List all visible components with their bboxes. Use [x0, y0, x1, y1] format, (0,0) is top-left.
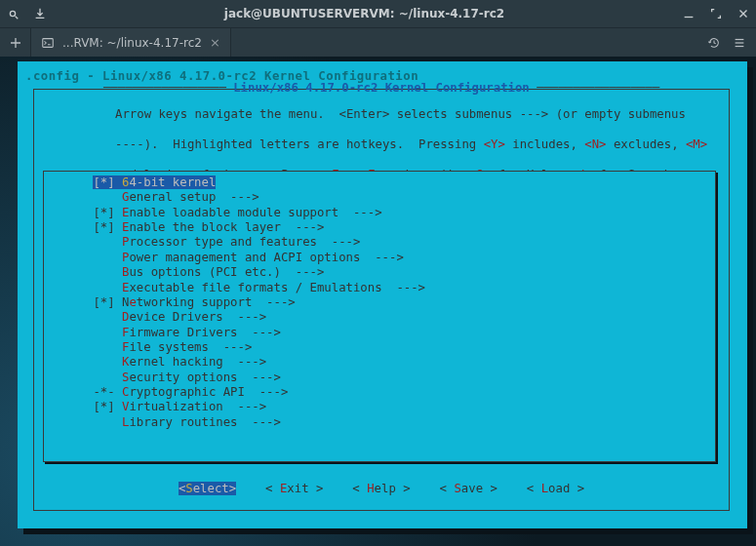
menu-item[interactable]: -*- Cryptographic API ---> — [50, 385, 709, 400]
download-icon[interactable] — [33, 7, 47, 20]
close-icon[interactable] — [736, 7, 750, 20]
action-button[interactable]: <Select> — [179, 482, 236, 495]
menu-icon[interactable] — [6, 7, 20, 20]
tab-label: ...RVM: ~/linux-4.17-rc2 — [62, 36, 202, 50]
window-title: jack@UBUNTUSERVERVM: ~/linux-4.17-rc2 — [47, 7, 682, 20]
menu-item[interactable]: Bus options (PCI etc.) ---> — [50, 265, 709, 280]
config-frame: ───────────────── Linux/x86 4.17.0-rc2 K… — [33, 89, 730, 511]
new-tab-button[interactable] — [0, 28, 31, 57]
menu-item[interactable]: [*] Networking support ---> — [50, 295, 709, 310]
menu-item[interactable]: General setup ---> — [50, 190, 709, 205]
menuconfig-screen: .config - Linux/x86 4.17.0-rc2 Kernel Co… — [18, 61, 747, 528]
menu-item[interactable]: Firmware Drivers ---> — [50, 326, 709, 340]
menu-item[interactable]: [*] Enable loadable module support ---> — [50, 206, 709, 220]
tab-close-icon[interactable]: × — [210, 35, 220, 50]
svg-rect-3 — [43, 38, 54, 47]
history-icon[interactable] — [707, 36, 721, 50]
svg-point-0 — [10, 11, 15, 16]
terminal-viewport[interactable]: .config - Linux/x86 4.17.0-rc2 Kernel Co… — [0, 57, 756, 546]
menu-item[interactable]: Security options ---> — [50, 370, 709, 385]
menu-item[interactable]: [*] 64-bit kernel — [50, 176, 709, 190]
menu-item[interactable]: Power management and ACPI options ---> — [50, 251, 709, 265]
action-buttons: <Select>< Exit >< Help >< Save >< Load > — [33, 482, 730, 495]
menu-item[interactable]: Kernel hacking ---> — [50, 355, 709, 370]
terminal-icon — [41, 36, 55, 50]
svg-line-1 — [16, 17, 19, 20]
menu-item[interactable]: Executable file formats / Emulations ---… — [50, 281, 709, 295]
tab-bar: ...RVM: ~/linux-4.17-rc2 × — [0, 27, 756, 57]
menu-item[interactable]: Processor type and features ---> — [50, 235, 709, 250]
menu-item[interactable]: [*] Enable the block layer ---> — [50, 220, 709, 235]
window-titlebar: jack@UBUNTUSERVERVM: ~/linux-4.17-rc2 — [0, 0, 756, 27]
minimize-icon[interactable] — [682, 7, 696, 20]
action-button[interactable]: < Exit > — [265, 482, 323, 495]
tab-terminal[interactable]: ...RVM: ~/linux-4.17-rc2 × — [31, 28, 231, 57]
maximize-icon[interactable] — [709, 7, 723, 20]
config-menu[interactable]: [*] 64-bit kernel General setup ---> [*]… — [43, 171, 716, 462]
action-button[interactable]: < Help > — [352, 482, 410, 495]
menu-item[interactable]: Device Drivers ---> — [50, 310, 709, 325]
action-button[interactable]: < Load > — [527, 482, 584, 495]
overflow-menu-icon[interactable] — [733, 36, 746, 50]
menu-item[interactable]: File systems ---> — [50, 340, 709, 355]
menu-item[interactable]: [*] Virtualization ---> — [50, 400, 709, 414]
menu-item[interactable]: Library routines ---> — [50, 415, 709, 430]
action-button[interactable]: < Save > — [440, 482, 497, 495]
